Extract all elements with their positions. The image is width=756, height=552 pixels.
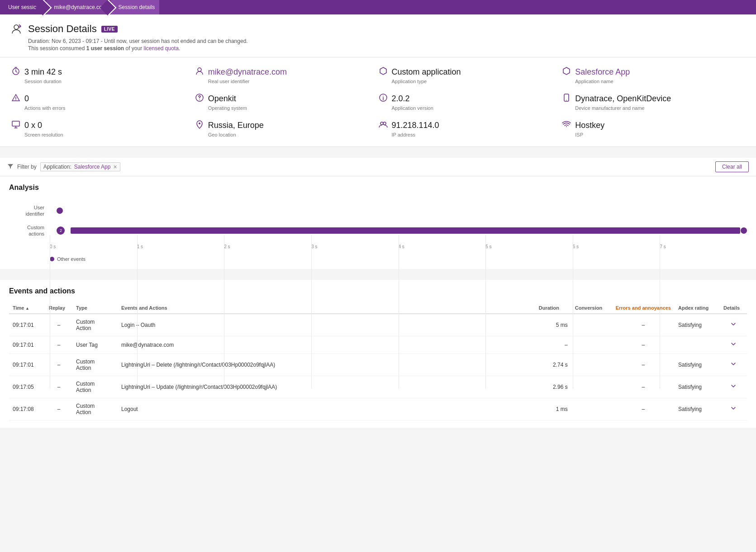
stats-section: 3 min 42 s Session duration mike@dynatra… [0,57,756,147]
stat-value-7: Dynatrace, OpenKitDevice [575,94,671,104]
stat-item-1: mike@dynatrace.com Real user identifier [195,66,378,84]
stat-value-11: Hostkey [575,121,604,130]
cell-details-1 [720,336,747,354]
cell-details-4 [720,398,747,420]
stat-item-10: 91.218.114.0 IP address [378,120,562,137]
cell-replay-1: – [45,336,72,354]
stat-item-11: Hostkey ISP [561,120,745,137]
cell-conversion-2 [571,354,612,376]
cell-duration-0: 5 ms [535,314,571,336]
timeline-track-custom: 2 [50,226,747,235]
stat-icon-5 [195,93,204,104]
filter-tag-key: Application: [43,164,71,170]
cell-errors-1: – [612,336,675,354]
svg-point-2 [198,68,201,71]
timeline-axis: 0 s1 s2 s3 s4 s5 s6 s7 s [50,242,747,249]
stat-label-7: Device manufacturer and name [575,105,745,111]
cell-event-1: mike@dynatrace.com [118,336,535,354]
breadcrumb-user-email[interactable]: mike@dynatrace.com [47,0,111,14]
timeline-dot-user [57,208,63,214]
cell-event-3: LightningUri – Update (/lightning/r/Cont… [118,376,535,398]
cell-type-0: CustomAction [72,314,118,336]
stat-value-2: Custom application [392,67,461,77]
col-header-type: Type [72,302,118,314]
breadcrumb-session-details[interactable]: Session details [111,0,160,14]
axis-tick-4: 4 s [399,244,486,249]
other-events-label: Other events [57,256,86,262]
svg-point-13 [199,123,200,124]
cell-duration-2: 2.74 s [535,354,571,376]
duration-text: Duration: Nov 6, 2023 - 09:17 - Until no… [28,38,747,44]
expand-button-4[interactable] [730,405,737,413]
cell-replay-2: – [45,354,72,376]
filter-tag: Application: Salesforce App × [40,162,120,171]
col-header-details: Details [720,302,747,314]
clear-all-button[interactable]: Clear all [715,161,749,172]
stat-icon-3 [561,66,571,78]
col-header-time[interactable]: Time [9,302,45,314]
axis-tick-7: 7 s [660,244,747,249]
cell-replay-4: – [45,398,72,420]
licensed-quota-link[interactable]: licensed quota [143,45,178,52]
expand-button-3[interactable] [730,383,737,391]
filter-icon [7,163,14,171]
axis-tick-3: 3 s [311,244,399,249]
breadcrumb-user-sessions[interactable]: User sessions [5,0,47,14]
stat-icon-10 [378,120,388,131]
other-events-dot [50,257,54,261]
stat-icon-1 [195,66,204,78]
col-header-replay: Replay [45,302,72,314]
cell-apdex-3: Satisfying [675,376,720,398]
stat-value-1[interactable]: mike@dynatrace.com [208,67,287,77]
stat-item-6: 2.0.2 Application version [378,93,562,111]
cell-duration-4: 1 ms [535,398,571,420]
cell-type-3: CustomAction [72,376,118,398]
cell-details-2 [720,354,747,376]
stat-icon-11 [561,120,571,131]
stat-icon-2 [378,66,388,78]
svg-point-14 [380,122,383,125]
stat-item-8: 0 x 0 Screen resolution [11,120,195,137]
stat-value-9: Russia, Europe [208,121,264,130]
cell-type-2: CustomAction [72,354,118,376]
cell-event-2: LightningUri – Delete (/lightning/r/Cont… [118,354,535,376]
timeline-label-custom: Customactions [9,224,50,237]
breadcrumb: User sessions mike@dynatrace.com Session… [0,0,756,14]
axis-tick-2: 2 s [224,244,311,249]
events-table: TimeReplayTypeEvents and ActionsDuration… [9,302,747,420]
cell-apdex-1 [675,336,720,354]
stat-item-0: 3 min 42 s Session duration [11,66,195,84]
stat-item-7: Dynatrace, OpenKitDevice Device manufact… [561,93,745,111]
stat-value-5: Openkit [208,94,236,104]
cell-replay-0: – [45,314,72,336]
stat-value-4: 0 [24,94,29,104]
cell-time-2: 09:17:01 [9,354,45,376]
cell-time-4: 09:17:08 [9,398,45,420]
filter-tag-close-icon[interactable]: × [113,164,117,170]
timeline-chart: Useridentifier Customactions 2 0 s1 s2 s… [9,199,747,253]
events-section: Events and actions TimeReplayTypeEvents … [0,280,756,428]
stat-label-10: IP address [392,132,562,137]
cell-conversion-3 [571,376,612,398]
cell-time-3: 09:17:05 [9,376,45,398]
stat-label-4: Actions with errors [24,105,195,111]
expand-button-0[interactable] [730,321,737,329]
expand-button-1[interactable] [730,341,737,349]
analysis-title: Analysis [9,184,747,192]
svg-point-7 [199,99,200,100]
axis-tick-0: 0 s [50,244,137,249]
cell-duration-3: 2.96 s [535,376,571,398]
expand-button-2[interactable] [730,361,737,368]
svg-point-9 [383,96,384,97]
col-header-errors: Errors and annoyances [612,302,675,314]
cell-apdex-2: Satisfying [675,354,720,376]
stat-label-3: Application name [575,79,745,84]
timeline-badge-custom: 2 [57,226,65,235]
stat-icon-6 [378,93,388,104]
filter-label: Filter by [17,164,37,170]
stat-label-6: Application version [392,105,562,111]
stat-label-8: Screen resolution [24,132,195,137]
cell-details-0 [720,314,747,336]
stat-value-10: 91.218.114.0 [392,121,439,130]
stat-value-3[interactable]: Salesforce App [575,67,630,77]
